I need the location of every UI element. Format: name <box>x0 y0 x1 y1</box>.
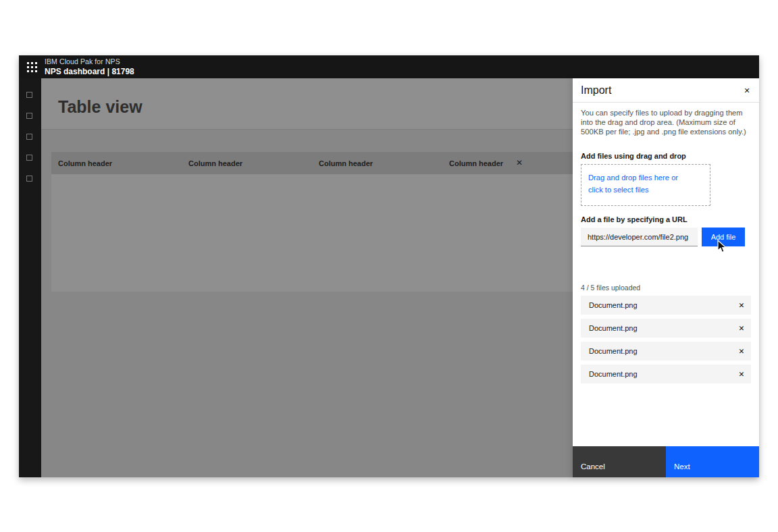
column-header: Column header <box>182 159 312 167</box>
table-close-icon[interactable]: ✕ <box>513 156 526 169</box>
square-icon <box>26 155 32 161</box>
app-window: IBM Cloud Pak for NPS NPS dashboard | 81… <box>19 55 759 477</box>
file-name: Document.png <box>589 301 638 309</box>
app-header: IBM Cloud Pak for NPS NPS dashboard | 81… <box>19 55 759 78</box>
sidebar-item-1[interactable] <box>26 92 34 99</box>
column-header: Column header <box>51 159 182 167</box>
square-icon <box>26 176 32 182</box>
remove-file-icon[interactable]: ✕ <box>735 298 748 312</box>
import-panel: Import ✕ You can specify files to upload… <box>573 78 759 477</box>
file-name: Document.png <box>589 347 638 355</box>
square-icon <box>26 134 32 140</box>
sidebar-item-3[interactable] <box>26 134 34 141</box>
panel-header: Import ✕ <box>573 78 759 103</box>
file-name: Document.png <box>589 370 638 378</box>
next-button[interactable]: Next <box>666 446 759 477</box>
sidebar-item-2[interactable] <box>26 113 34 120</box>
product-name: IBM Cloud Pak for NPS <box>45 58 134 65</box>
square-icon <box>26 113 32 119</box>
remove-file-icon[interactable]: ✕ <box>735 344 748 358</box>
file-name: Document.png <box>589 324 638 332</box>
add-file-button[interactable]: Add file <box>702 228 745 246</box>
square-icon <box>26 92 32 98</box>
screen: IBM Cloud Pak for NPS NPS dashboard | 81… <box>0 0 778 532</box>
main-content: Table view Column header Column header C… <box>41 78 573 477</box>
column-header: Column header <box>312 159 442 167</box>
dropzone-link-text[interactable]: Drag and drop files here or click to sel… <box>588 174 678 194</box>
left-nav-sidebar <box>19 78 41 477</box>
url-upload-row: Add file <box>581 228 751 246</box>
header-titles: IBM Cloud Pak for NPS NPS dashboard | 81… <box>45 58 134 76</box>
dragdrop-label: Add files using drag and drop <box>581 152 751 160</box>
table-body <box>51 174 573 292</box>
remove-file-icon[interactable]: ✕ <box>735 321 748 335</box>
table-header-row: Column header Column header Column heade… <box>51 152 573 174</box>
app-switcher-icon <box>27 62 37 72</box>
uploaded-file-row: Document.png ✕ <box>581 365 751 383</box>
uploaded-file-row: Document.png ✕ <box>581 296 751 315</box>
file-url-input[interactable] <box>581 228 698 246</box>
panel-title: Import <box>581 84 611 97</box>
page-title: Table view <box>58 97 142 117</box>
remove-file-icon[interactable]: ✕ <box>735 367 748 381</box>
column-header: Column header <box>442 159 573 167</box>
url-label: Add a file by specifying a URL <box>581 215 751 223</box>
file-dropzone[interactable]: Drag and drop files here or click to sel… <box>581 164 710 206</box>
sidebar-item-5[interactable] <box>26 176 34 183</box>
sidebar-item-4[interactable] <box>26 155 34 162</box>
uploaded-file-row: Document.png ✕ <box>581 319 751 338</box>
close-icon[interactable]: ✕ <box>740 84 754 97</box>
uploaded-file-row: Document.png ✕ <box>581 342 751 361</box>
app-switcher-button[interactable] <box>24 60 39 74</box>
cancel-button[interactable]: Cancel <box>573 446 666 477</box>
panel-footer: Cancel Next <box>573 446 759 477</box>
app-title: NPS dashboard | 81798 <box>45 68 134 76</box>
upload-status: 4 / 5 files uploaded <box>581 284 751 292</box>
panel-description: You can specify files to upload by dragg… <box>581 109 751 136</box>
data-table: Column header Column header Column heade… <box>51 152 573 292</box>
panel-body: You can specify files to upload by dragg… <box>573 109 759 383</box>
